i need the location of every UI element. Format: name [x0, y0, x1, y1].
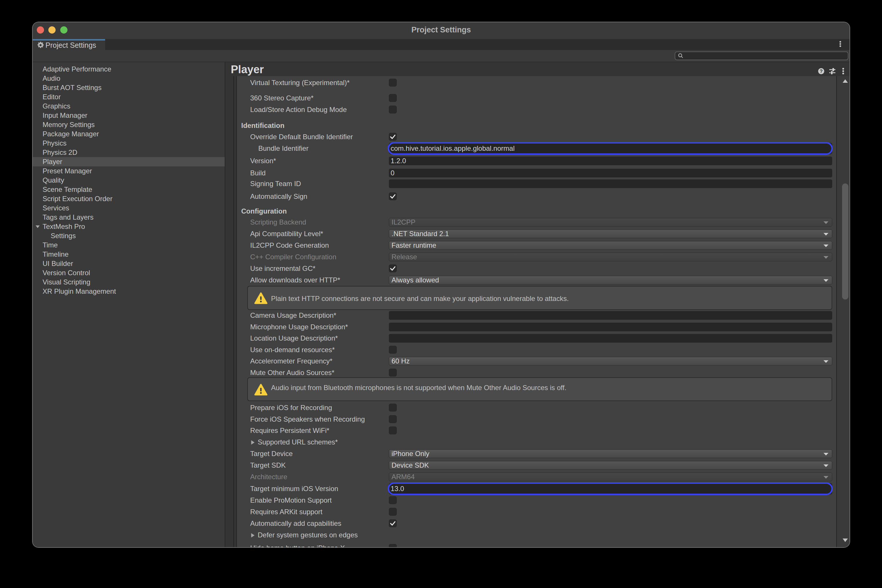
- svg-text:?: ?: [820, 69, 823, 74]
